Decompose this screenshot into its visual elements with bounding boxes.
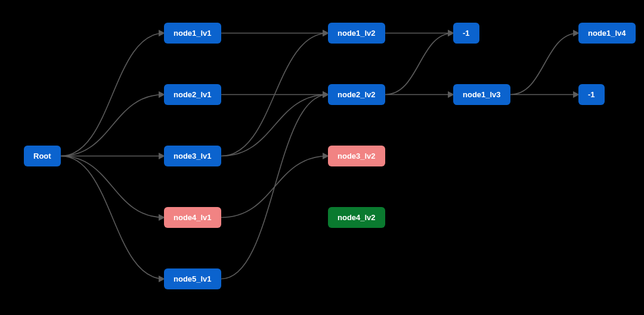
node-label: node1_lv4 [588, 29, 626, 38]
node-neg1a[interactable]: -1 [453, 23, 479, 44]
edge-root-to-n4l1 [61, 156, 164, 218]
node-label: node1_lv3 [463, 90, 501, 99]
node-n1l4[interactable]: node1_lv4 [578, 23, 636, 44]
node-n2l2[interactable]: node2_lv2 [328, 84, 385, 105]
edge-n3l1-to-n1l2 [221, 33, 328, 156]
edge-root-to-n1l1 [61, 33, 164, 156]
node-root[interactable]: Root [24, 146, 61, 166]
node-n4l2[interactable]: node4_lv2 [328, 207, 385, 228]
node-n1l1[interactable]: node1_lv1 [164, 23, 221, 44]
node-label: node2_lv1 [174, 90, 212, 99]
node-label: node3_lv1 [174, 152, 212, 160]
node-label: node5_lv1 [174, 274, 212, 283]
diagram-canvas: Rootnode1_lv1node2_lv1node3_lv1node4_lv1… [0, 0, 644, 315]
node-n1l3[interactable]: node1_lv3 [453, 84, 510, 105]
node-label: node3_lv2 [338, 152, 376, 160]
node-n1l2[interactable]: node1_lv2 [328, 23, 385, 44]
edge-root-to-n2l1 [61, 95, 164, 156]
edge-root-to-n5l1 [61, 156, 164, 279]
node-neg1b[interactable]: -1 [578, 84, 605, 105]
edge-n4l1-to-n3l2 [221, 156, 328, 218]
edge-n2l2-to-neg1a [385, 33, 453, 95]
node-label: node4_lv1 [174, 213, 212, 222]
node-label: node4_lv2 [338, 213, 376, 222]
edge-n1l3-to-n1l4 [510, 33, 578, 95]
node-n2l1[interactable]: node2_lv1 [164, 84, 221, 105]
node-label: Root [33, 152, 51, 160]
node-n3l2[interactable]: node3_lv2 [328, 146, 385, 166]
node-n5l1[interactable]: node5_lv1 [164, 268, 221, 289]
node-n4l1[interactable]: node4_lv1 [164, 207, 221, 228]
node-label: node2_lv2 [338, 90, 376, 99]
edges-layer [0, 0, 644, 315]
node-n3l1[interactable]: node3_lv1 [164, 146, 221, 166]
node-label: -1 [588, 90, 595, 99]
edge-n5l1-to-n2l2 [221, 95, 328, 279]
node-label: -1 [463, 29, 470, 38]
node-label: node1_lv2 [338, 29, 376, 38]
node-label: node1_lv1 [174, 29, 212, 38]
edge-n3l1-to-n2l2 [221, 95, 328, 156]
